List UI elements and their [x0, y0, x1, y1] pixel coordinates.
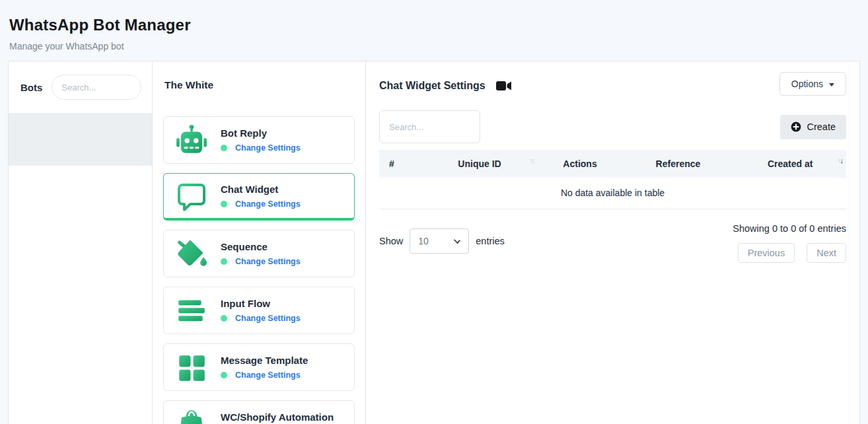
change-settings-link[interactable]: Change Settings	[235, 314, 301, 323]
table-toolbar: Create	[379, 110, 846, 143]
sort-icon: ↑↓	[838, 157, 842, 164]
bots-column: Bots	[9, 61, 153, 424]
modules-column: The White	[153, 61, 366, 424]
module-card-body: Message Template Change Settings	[221, 355, 308, 380]
bot-list-item-selected[interactable]	[9, 113, 152, 166]
chat-bubble-icon	[174, 179, 209, 213]
module-label: Chat Widget	[221, 184, 301, 195]
create-button[interactable]: Create	[780, 115, 846, 139]
pager: Previous Next	[738, 243, 846, 263]
column-header-created-at[interactable]: Created at ↑↓	[734, 150, 846, 178]
module-card-body: Bot Reply Change Settings	[221, 127, 301, 153]
page-size-select[interactable]: 10	[410, 229, 469, 254]
change-settings-link[interactable]: Change Settings	[235, 143, 301, 153]
entries-label: entries	[476, 236, 505, 246]
video-camera-icon	[496, 81, 512, 91]
bot-name: The White	[164, 79, 355, 91]
next-page-button[interactable]: Next	[807, 243, 846, 263]
page-title: WhatsApp Bot Manager	[9, 16, 859, 34]
bars-icon	[174, 293, 209, 328]
column-header-unique-id[interactable]: Unique ID ↑↓	[421, 150, 538, 178]
empty-message: No data available in table	[379, 178, 846, 209]
status-dot	[221, 145, 227, 151]
page-header: WhatsApp Bot Manager Manage your WhatsAp…	[0, 0, 868, 52]
column-header-reference[interactable]: Reference	[622, 150, 735, 178]
widgets-table: # Unique ID ↑↓ Actions Reference Create	[379, 150, 846, 209]
chevron-down-icon	[454, 237, 460, 244]
column-header-actions[interactable]: Actions	[538, 150, 622, 178]
module-card-body: WC/Shopify Automation Change Settings	[221, 411, 334, 424]
module-card-body: Chat Widget Change Settings	[221, 184, 301, 209]
table-footer: Show 10 entries Showing 0 to 0 of 0 entr…	[379, 219, 846, 263]
module-card-message-template[interactable]: Message Template Change Settings	[163, 343, 355, 391]
change-settings-link[interactable]: Change Settings	[235, 371, 301, 380]
paint-bucket-icon	[174, 236, 209, 271]
module-label: WC/Shopify Automation	[221, 411, 334, 423]
page-size-group: Show 10 entries	[379, 219, 505, 263]
table-search-input[interactable]	[379, 110, 480, 143]
change-settings-link[interactable]: Change Settings	[235, 257, 301, 266]
change-settings-link[interactable]: Change Settings	[235, 199, 301, 209]
settings-header: Chat Widget Settings Options	[379, 72, 846, 96]
grid-icon	[174, 350, 209, 384]
previous-page-button[interactable]: Previous	[738, 243, 795, 263]
show-label: Show	[379, 236, 403, 246]
entries-summary: Showing 0 to 0 of 0 entries	[733, 223, 846, 234]
whatsapp-bot-manager-app: WhatsApp Bot Manager Manage your WhatsAp…	[0, 0, 868, 424]
options-button-label: Options	[791, 79, 823, 89]
pagination-area: Showing 0 to 0 of 0 entries Previous Nex…	[733, 219, 846, 263]
bots-header: Bots	[9, 61, 152, 113]
module-label: Bot Reply	[221, 127, 301, 139]
status-dot	[221, 201, 227, 207]
page-subtitle: Manage your WhatsApp bot	[9, 41, 859, 52]
robot-icon	[174, 123, 209, 157]
module-card-sequence[interactable]: Sequence Change Settings	[163, 230, 355, 277]
module-card-body: Sequence Change Settings	[221, 241, 301, 266]
main-panel: Bots The White	[8, 61, 860, 424]
module-card-chat-widget[interactable]: Chat Widget Change Settings	[163, 173, 355, 221]
table-empty-row: No data available in table	[379, 178, 846, 209]
sort-icon: ↑↓	[529, 157, 534, 164]
shopify-bag-icon	[174, 407, 209, 424]
create-button-label: Create	[807, 122, 836, 132]
options-button[interactable]: Options	[779, 72, 846, 96]
module-card-wc-shopify-automation[interactable]: WC/Shopify Automation Change Settings	[163, 400, 355, 424]
page-size-value: 10	[418, 236, 429, 246]
module-label: Message Template	[221, 355, 308, 366]
settings-title: Chat Widget Settings	[379, 80, 486, 92]
status-dot	[221, 258, 227, 265]
bots-label: Bots	[20, 82, 42, 93]
module-cards: Bot Reply Change Settings	[163, 116, 355, 424]
status-dot	[221, 372, 227, 378]
bots-search-input[interactable]	[52, 75, 141, 100]
table-header-row: # Unique ID ↑↓ Actions Reference Create	[379, 150, 846, 178]
module-label: Input Flow	[221, 298, 301, 309]
module-card-body: Input Flow Change Settings	[221, 298, 301, 323]
status-dot	[221, 315, 227, 322]
caret-down-icon	[829, 83, 834, 87]
module-card-input-flow[interactable]: Input Flow Change Settings	[163, 287, 355, 334]
plus-circle-icon	[791, 122, 801, 132]
settings-column: Chat Widget Settings Options	[366, 61, 859, 424]
column-header-index: #	[379, 150, 421, 178]
module-card-bot-reply[interactable]: Bot Reply Change Settings	[163, 116, 355, 164]
module-label: Sequence	[221, 241, 301, 252]
